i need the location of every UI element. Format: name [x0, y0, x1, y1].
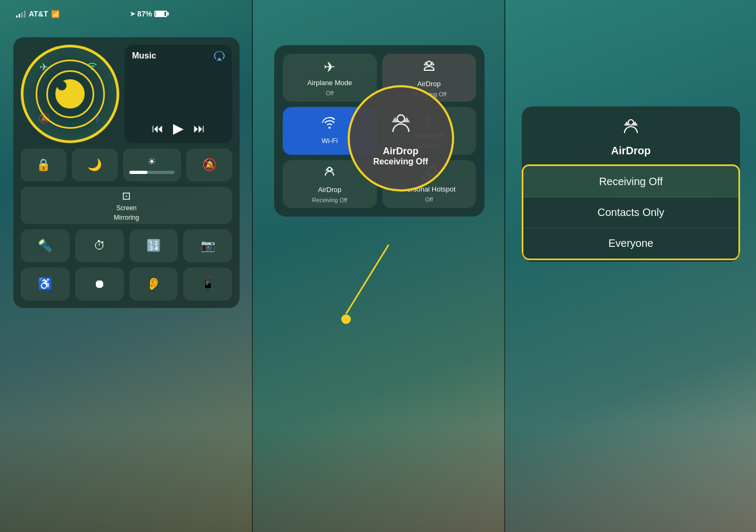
screen-mirroring-label2: Mirroring [114, 214, 139, 221]
airdrop-bubble-icon [388, 111, 414, 143]
battery-fill [156, 12, 165, 16]
signal-bar-4 [24, 11, 26, 18]
airplane-mode-sub: Off [326, 90, 333, 96]
blur-bottom-right [506, 426, 756, 532]
blur-bottom-left [0, 426, 253, 532]
cc-grid-row1: 🔦 ⏱ 🔢 📷 [21, 229, 232, 262]
right-panel: AirDrop Receiving Off Contacts Only Ever… [506, 0, 756, 532]
hotspot-sub-mid: Off [425, 196, 433, 203]
svg-line-3 [346, 245, 389, 314]
battery-icon [154, 11, 167, 17]
airdrop-options: Receiving Off Contacts Only Everyone [523, 166, 738, 259]
location-icon: ➤ [130, 10, 135, 18]
music-widget[interactable]: Music ⏮ ▶ ⏭ [125, 45, 232, 143]
screen-mirroring-label: Screen [116, 204, 136, 212]
airdrop-option-off-label: Receiving Off [599, 176, 663, 187]
play-button[interactable]: ▶ [173, 120, 184, 137]
inner-ring [55, 79, 85, 109]
airdrop-options-bordered: Receiving Off Contacts Only Everyone [522, 164, 740, 260]
remote-button[interactable]: 📱 [183, 268, 232, 301]
hearing-button[interactable]: 👂 [129, 268, 178, 301]
accessibility-button[interactable]: ♿ [21, 268, 70, 301]
signal-bar-1 [16, 15, 18, 18]
divider-right [504, 0, 505, 532]
airdrop-bubble-line1: AirDrop [373, 146, 428, 157]
airdrop-option-contacts-label: Contacts Only [597, 206, 664, 218]
screen-mirroring-icon: ⊡ [122, 189, 131, 202]
airplane-mode-icon: ✈ [324, 59, 335, 76]
brightness-fill [129, 171, 147, 174]
circle-icons: ✈ ᛒ 🔕 [23, 47, 117, 140]
airdrop-bottom-label: AirDrop [318, 186, 341, 194]
wifi-label-mid: Wi-Fi [322, 137, 338, 145]
carrier-label: AT&T [29, 10, 48, 18]
next-button[interactable]: ⏭ [193, 122, 205, 136]
cc-row2: 🔒 🌙 ☀ 🔕 [21, 148, 232, 181]
music-top: Music [132, 51, 225, 63]
connectivity-toggle-area[interactable]: ✈ ᛒ 🔕 [21, 45, 119, 143]
cc-row3: ⊡ Screen Mirroring [21, 187, 232, 224]
blur-bottom-mid [253, 426, 506, 532]
yellow-ring: ✈ ᛒ 🔕 [21, 45, 119, 143]
svg-point-2 [397, 115, 405, 122]
night-mode-button[interactable]: 🌙 [72, 148, 118, 181]
calculator-button[interactable]: 🔢 [129, 229, 178, 262]
signal-bars [16, 11, 26, 18]
airplay-icon[interactable] [214, 51, 225, 63]
airplane-mode-button[interactable]: ✈ Airplane Mode Off [283, 54, 377, 102]
screen-record-button[interactable]: ⏺ [75, 268, 124, 301]
left-panel: AT&T 📶 ➤ 87% ✈ [0, 0, 253, 532]
inner-rings [36, 60, 105, 129]
divider-left [252, 0, 253, 532]
battery-percent: 87% [137, 10, 152, 18]
status-left: AT&T 📶 [16, 10, 60, 18]
svg-point-5 [628, 120, 634, 125]
mute-button[interactable]: 🔕 [186, 148, 232, 181]
airdrop-icon-mid [422, 58, 437, 77]
flashlight-button[interactable]: 🔦 [21, 229, 70, 262]
airdrop-option-everyone-label: Everyone [609, 237, 654, 249]
airdrop-bubble: AirDrop Receiving Off [348, 85, 454, 192]
prev-button[interactable]: ⏮ [152, 122, 163, 136]
screen-mirroring-button[interactable]: ⊡ Screen Mirroring [21, 187, 232, 224]
wifi-status-icon: 📶 [51, 10, 60, 18]
airdrop-menu-title: AirDrop [611, 145, 651, 157]
airdrop-menu: AirDrop Receiving Off Contacts Only Ever… [522, 106, 740, 262]
airdrop-label-mid: AirDrop [417, 80, 441, 88]
camera-button[interactable]: 📷 [183, 229, 232, 262]
svg-point-4 [341, 314, 351, 324]
airdrop-option-contacts[interactable]: Contacts Only [523, 197, 738, 228]
airdrop-bubble-text: AirDrop Receiving Off [373, 146, 428, 167]
brightness-icon: ☀ [147, 156, 156, 168]
music-controls: ⏮ ▶ ⏭ [132, 120, 225, 137]
airdrop-menu-header: AirDrop [522, 106, 740, 164]
airdrop-bottom-icon [323, 165, 336, 182]
status-bar: AT&T 📶 ➤ 87% [16, 10, 237, 18]
signal-bar-3 [21, 12, 23, 18]
brightness-track [129, 171, 175, 174]
rotation-lock-button[interactable]: 🔒 [21, 148, 67, 181]
mid-panel: ✈ Airplane Mode Off AirDrop Receiving Of… [253, 0, 506, 532]
center-dot [57, 81, 67, 90]
music-title: Music [132, 51, 156, 61]
status-center: ➤ 87% [130, 10, 167, 18]
airdrop-bubble-line2: Receiving Off [373, 157, 428, 167]
airplane-mode-label: Airplane Mode [307, 79, 352, 87]
brightness-slider[interactable]: ☀ [123, 148, 182, 181]
cc-bottom-grid: ♿ ⏺ 👂 📱 [21, 268, 232, 301]
timer-button[interactable]: ⏱ [75, 229, 124, 262]
wifi-icon-mid [322, 117, 337, 134]
airdrop-header-icon [621, 117, 640, 140]
airdrop-option-everyone[interactable]: Everyone [523, 228, 738, 259]
cc-top-row: ✈ ᛒ 🔕 [21, 45, 232, 143]
control-center-card: ✈ ᛒ 🔕 [13, 37, 240, 308]
signal-bar-2 [19, 14, 20, 18]
airdrop-bottom-sub: Receiving Off [312, 197, 347, 203]
airdrop-option-off[interactable]: Receiving Off [523, 167, 738, 197]
